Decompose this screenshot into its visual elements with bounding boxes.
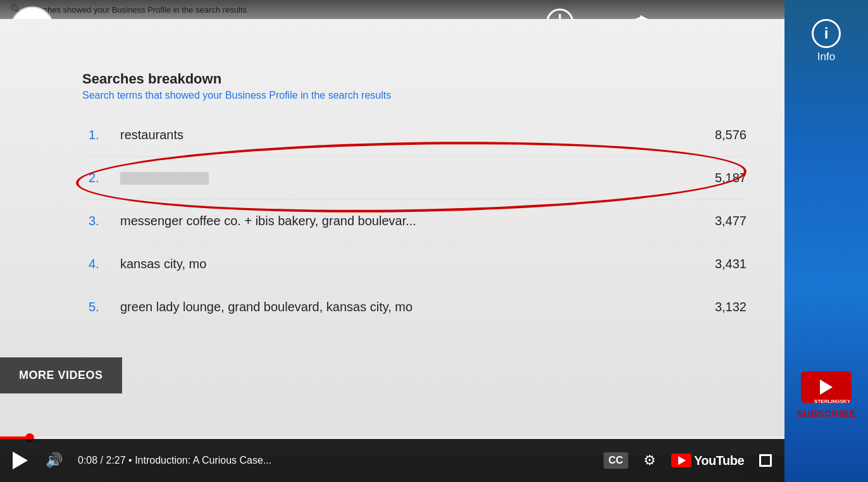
searches-section: Searches breakdown Search terms that sho… bbox=[82, 71, 747, 328]
row-term-2-blurred bbox=[120, 172, 209, 185]
more-videos-button[interactable]: MORE VIDEOS bbox=[0, 357, 122, 393]
row-number-3: 3. bbox=[89, 214, 120, 228]
table-row: 4. kansas city, mo 3,431 bbox=[82, 243, 747, 286]
video-player: 🔍 Searches showed your Business Profile … bbox=[0, 0, 868, 482]
play-button[interactable] bbox=[10, 449, 30, 472]
row-count-5: 3,132 bbox=[715, 300, 747, 314]
row-number-2: 2. bbox=[89, 171, 120, 185]
video-frame: 🔍 Searches showed your Business Profile … bbox=[0, 0, 784, 482]
gear-icon: ⚙ bbox=[643, 452, 656, 469]
bottom-controls: 🔊 0:08 / 2:27 • Introduction: A Curious … bbox=[0, 439, 784, 482]
row-number-1: 1. bbox=[89, 128, 120, 142]
table-row: 5. green lady lounge, grand boulevard, k… bbox=[82, 286, 747, 328]
youtube-text: YouTube bbox=[694, 454, 744, 468]
subscribe-logo: STERLINGSKY bbox=[801, 371, 852, 403]
info-label: Info bbox=[817, 51, 835, 63]
youtube-logo: YouTube bbox=[671, 454, 744, 468]
row-count-2: 5,187 bbox=[715, 171, 747, 185]
time-display: 0:08 / 2:27 • Introduction: A Curious Ca… bbox=[78, 455, 591, 466]
searches-subtitle: Search terms that showed your Business P… bbox=[82, 90, 747, 101]
subscribe-logo-text: STERLINGSKY bbox=[814, 399, 850, 404]
time-current: 0:08 bbox=[78, 455, 97, 466]
cc-button[interactable]: CC bbox=[604, 452, 628, 469]
row-count-4: 3,431 bbox=[715, 257, 747, 271]
info-circle-icon: i bbox=[812, 19, 841, 48]
row-number-4: 4. bbox=[89, 257, 120, 271]
subscribe-section: STERLINGSKY SUBSCRIBE bbox=[797, 371, 856, 419]
settings-button[interactable]: ⚙ bbox=[641, 450, 659, 471]
fullscreen-button[interactable] bbox=[757, 452, 774, 469]
table-row: 2. 5,187 bbox=[82, 157, 747, 200]
right-panel: i Info STERLINGSKY SUBSCRIBE bbox=[784, 0, 868, 482]
volume-button[interactable]: 🔊 bbox=[43, 450, 65, 471]
time-total: 2:27 bbox=[106, 455, 125, 466]
row-count-1: 8,576 bbox=[715, 128, 747, 142]
chapter-text: Introduction: A Curious Case... bbox=[135, 455, 271, 466]
youtube-icon bbox=[671, 454, 691, 467]
row-term-3: messenger coffee co. + ibis bakery, gran… bbox=[120, 214, 715, 228]
fullscreen-icon bbox=[759, 454, 772, 467]
subscribe-play-icon bbox=[820, 380, 833, 395]
row-term-1: restaurants bbox=[120, 128, 715, 142]
chapter-separator: • bbox=[128, 455, 135, 466]
yt-play-triangle bbox=[678, 456, 686, 465]
info-button[interactable]: i Info bbox=[812, 19, 841, 63]
row-term-4: kansas city, mo bbox=[120, 257, 715, 271]
play-icon bbox=[13, 452, 28, 469]
searches-title: Searches breakdown bbox=[82, 71, 747, 87]
table-row: 1. restaurants 8,576 bbox=[82, 114, 747, 157]
volume-icon: 🔊 bbox=[46, 452, 63, 469]
table-row: 3. messenger coffee co. + ibis bakery, g… bbox=[82, 200, 747, 243]
row-number-5: 5. bbox=[89, 300, 120, 314]
row-count-3: 3,477 bbox=[715, 214, 747, 228]
row-term-5: green lady lounge, grand boulevard, kans… bbox=[120, 300, 715, 314]
subscribe-button[interactable]: SUBSCRIBE bbox=[797, 408, 856, 419]
